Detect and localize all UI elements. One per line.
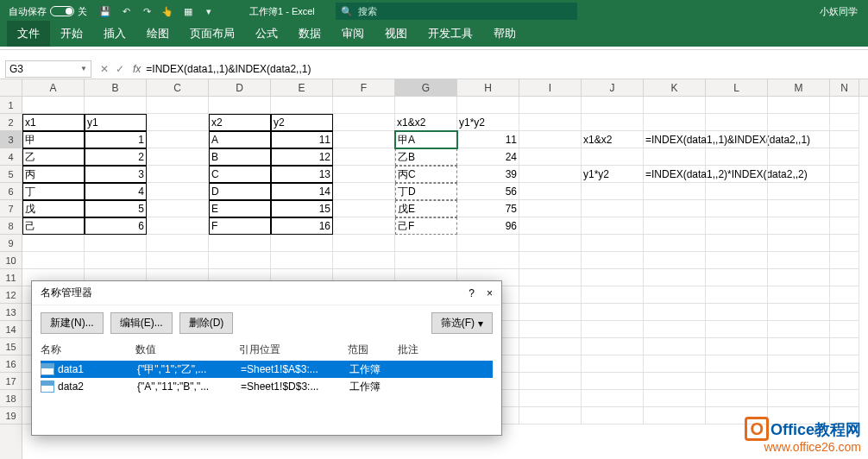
cell-K16[interactable] [644,355,706,373]
cell-I18[interactable] [519,390,582,407]
cell-K13[interactable] [644,304,706,321]
cell-C1[interactable] [147,97,209,114]
cell-M14[interactable] [768,321,830,338]
cell-N1[interactable] [830,97,859,114]
cell-I13[interactable] [519,304,582,321]
cell-L8[interactable] [706,217,768,235]
cell-M2[interactable] [768,114,830,131]
cell-K18[interactable] [644,390,706,407]
row-header-7[interactable]: 7 [0,200,22,217]
cell-H7[interactable]: 75 [457,200,519,217]
cell-E2[interactable]: y2 [271,114,333,131]
cell-E7[interactable]: 15 [271,200,333,217]
cell-I2[interactable] [519,114,582,131]
cell-M10[interactable] [768,252,830,269]
col-header-C[interactable]: C [147,79,209,96]
cell-E9[interactable] [271,235,333,252]
cell-L14[interactable] [706,321,768,338]
cell-C6[interactable] [147,183,209,200]
cell-J7[interactable] [582,200,644,217]
row-header-14[interactable]: 14 [0,321,22,338]
cell-J18[interactable] [582,390,644,407]
cell-A10[interactable] [22,252,85,269]
cell-G9[interactable] [395,235,457,252]
cell-A7[interactable]: 戊 [22,200,85,217]
cell-N7[interactable] [830,200,859,217]
delete-button[interactable]: 删除(D) [179,312,234,334]
cell-G2[interactable]: x1&x2 [395,114,457,131]
cell-D6[interactable]: D [209,183,271,200]
row-header-17[interactable]: 17 [0,373,22,390]
cancel-icon[interactable]: ✕ [100,63,109,75]
row-header-13[interactable]: 13 [0,304,22,321]
cell-K3[interactable]: =INDEX(data1,,1)&INDEX(data2,,1) [644,131,706,148]
cell-H8[interactable]: 96 [457,217,519,235]
cell-K14[interactable] [644,321,706,338]
cell-N18[interactable] [830,390,859,407]
tab-formulas[interactable]: 公式 [245,21,288,47]
cell-K17[interactable] [644,373,706,390]
cell-F9[interactable] [333,235,395,252]
cell-B8[interactable]: 6 [85,217,147,235]
cell-G6[interactable]: 丁D [395,183,457,200]
cell-J4[interactable] [582,148,644,166]
cell-L17[interactable] [706,373,768,390]
cell-M16[interactable] [768,355,830,373]
cell-M17[interactable] [768,373,830,390]
row-header-8[interactable]: 8 [0,217,22,235]
cell-L18[interactable] [706,390,768,407]
tab-insert[interactable]: 插入 [93,21,136,47]
cell-B1[interactable] [85,97,147,114]
tab-data[interactable]: 数据 [288,21,331,47]
cell-M6[interactable] [768,183,830,200]
cell-K11[interactable] [644,269,706,286]
dialog-titlebar[interactable]: 名称管理器 ? × [32,281,501,305]
tab-review[interactable]: 审阅 [331,21,374,47]
tab-file[interactable]: 文件 [7,21,50,47]
cell-I7[interactable] [519,200,582,217]
cell-D5[interactable]: C [209,166,271,183]
cell-J5[interactable]: y1*y2 [582,166,644,183]
cell-C8[interactable] [147,217,209,235]
cell-A6[interactable]: 丁 [22,183,85,200]
cell-L9[interactable] [706,235,768,252]
select-all-corner[interactable] [0,79,22,97]
cell-A5[interactable]: 丙 [22,166,85,183]
cell-F4[interactable] [333,148,395,166]
cell-N2[interactable] [830,114,859,131]
tab-developer[interactable]: 开发工具 [418,21,483,47]
qat-dropdown-icon[interactable]: ▾ [203,5,215,17]
cell-M4[interactable] [768,148,830,166]
cell-H2[interactable]: y1*y2 [457,114,519,131]
cell-G1[interactable] [395,97,457,114]
cell-N3[interactable] [830,131,859,148]
cell-J15[interactable] [582,338,644,355]
cell-M3[interactable] [768,131,830,148]
cell-N5[interactable] [830,166,859,183]
cell-D8[interactable]: F [209,217,271,235]
cell-M15[interactable] [768,338,830,355]
cell-M9[interactable] [768,235,830,252]
cell-K5[interactable]: =INDEX(data1,,2)*INDEX(data2,,2) [644,166,706,183]
cell-J14[interactable] [582,321,644,338]
col-header-I[interactable]: I [519,79,582,96]
edit-button[interactable]: 编辑(E)... [110,312,173,334]
new-button[interactable]: 新建(N)... [41,312,104,334]
cell-K15[interactable] [644,338,706,355]
col-header-M[interactable]: M [768,79,830,96]
chevron-down-icon[interactable]: ▼ [80,65,87,72]
row-header-5[interactable]: 5 [0,166,22,183]
cell-D10[interactable] [209,252,271,269]
cell-A2[interactable]: x1 [22,114,85,131]
cell-J12[interactable] [582,286,644,304]
cell-G4[interactable]: 乙B [395,148,457,166]
cell-A1[interactable] [22,97,85,114]
cell-I1[interactable] [519,97,582,114]
cell-F2[interactable] [333,114,395,131]
cell-C5[interactable] [147,166,209,183]
cell-H4[interactable]: 24 [457,148,519,166]
row-header-10[interactable]: 10 [0,252,22,269]
cell-H9[interactable] [457,235,519,252]
cell-I14[interactable] [519,321,582,338]
cell-J6[interactable] [582,183,644,200]
